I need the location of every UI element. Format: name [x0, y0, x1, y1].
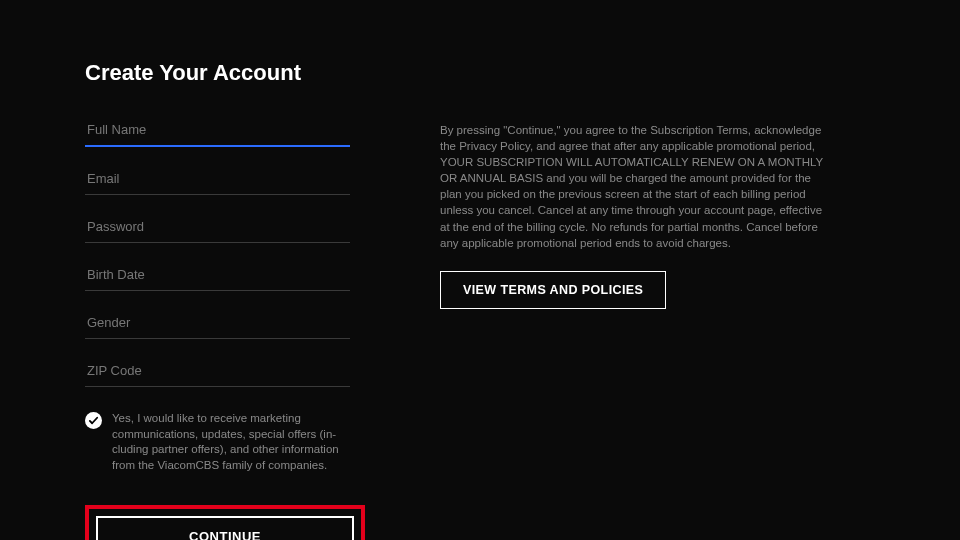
check-icon	[88, 412, 99, 430]
account-create-page: Create Your Account Yes, I would like to…	[0, 0, 960, 540]
continue-button[interactable]: CONTINUE	[96, 516, 354, 540]
page-title: Create Your Account	[85, 60, 875, 86]
legal-text: By pressing "Continue," you agree to the…	[440, 122, 825, 251]
legal-column: By pressing "Continue," you agree to the…	[440, 114, 825, 540]
content-columns: Yes, I would like to receive marketing c…	[85, 114, 875, 540]
marketing-checkbox[interactable]	[85, 412, 102, 429]
view-terms-button[interactable]: VIEW TERMS AND POLICIES	[440, 271, 666, 309]
marketing-opt-row: Yes, I would like to receive marketing c…	[85, 411, 350, 473]
birth-date-field[interactable]	[85, 259, 350, 291]
form-column: Yes, I would like to receive marketing c…	[85, 114, 350, 540]
marketing-opt-text: Yes, I would like to receive marketing c…	[112, 411, 350, 473]
full-name-field[interactable]	[85, 114, 350, 147]
password-field[interactable]	[85, 211, 350, 243]
continue-highlight-box: CONTINUE	[85, 505, 365, 540]
gender-field[interactable]	[85, 307, 350, 339]
email-field[interactable]	[85, 163, 350, 195]
zip-code-field[interactable]	[85, 355, 350, 387]
